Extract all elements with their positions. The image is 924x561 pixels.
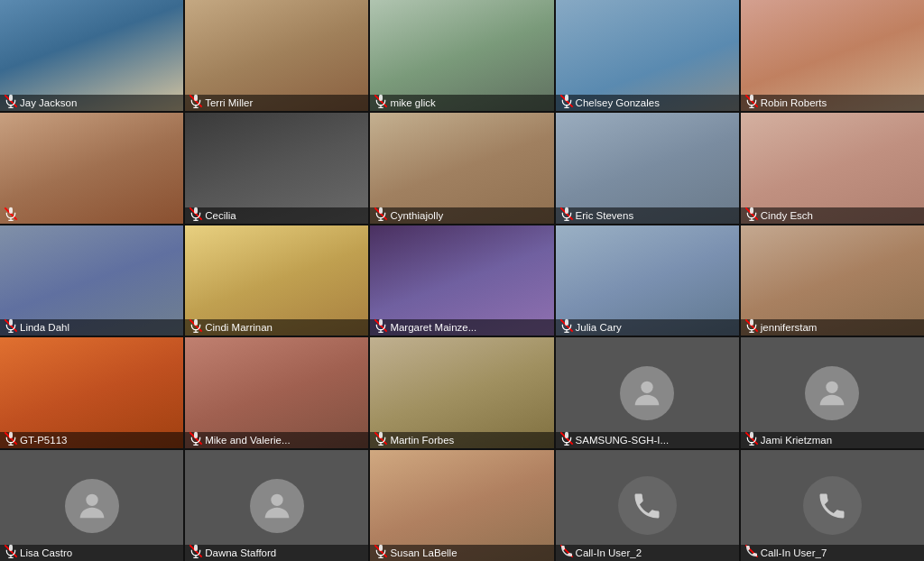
participant-tile-jay-jackson[interactable]: Jay Jackson [0, 0, 183, 111]
participant-name-jami-krietzman: Jami Krietzman [741, 432, 924, 448]
participant-name-cindy-esch: Cindy Esch [741, 207, 924, 224]
video-grid: Jay Jackson Terri Miller mike glick Chel… [0, 0, 924, 561]
participant-tile-robin-roberts[interactable]: Robin Roberts [741, 0, 924, 111]
participant-name-gt-p5113: GT-P5113 [0, 432, 183, 448]
participant-tile-cynthiajolly[interactable]: Cynthiajolly [370, 113, 553, 224]
participant-tile-terri-miller[interactable]: Terri Miller [185, 0, 368, 111]
mute-icon-callin-user-7 [744, 544, 759, 558]
mute-icon-martin-forbes [374, 431, 388, 446]
mute-icon-julia-cary [559, 318, 574, 333]
participant-tile-susan-labelle[interactable]: Susan LaBelle [370, 450, 553, 561]
mute-icon-eric-stevens [559, 207, 574, 221]
mute-icon-susan-labelle [374, 544, 388, 558]
participant-tile-callin-user-2[interactable]: Call-In User_2 [556, 450, 739, 561]
participant-name-mike-glick: mike glick [370, 95, 553, 111]
participant-name-chelsey-gonzales: Chelsey Gonzales [556, 95, 739, 111]
participant-name-samsung-sgh: SAMSUNG-SGH-I... [556, 432, 739, 448]
participant-tile-samsung-sgh[interactable]: SAMSUNG-SGH-I... [556, 337, 739, 448]
svg-point-58 [827, 381, 838, 392]
mute-icon-mike-glick [374, 94, 388, 108]
mute-icon-jenniferstam [744, 318, 759, 333]
svg-point-62 [86, 493, 97, 505]
mute-icon-linda-dahl [4, 318, 18, 333]
participant-name-lisa-castro: Lisa Castro [0, 545, 183, 561]
participant-name-cindi-marrinan: Cindi Marrinan [185, 319, 368, 336]
mute-icon-mike-and-valerie [189, 431, 203, 446]
participant-name-mike-and-valerie: Mike and Valerie... [185, 432, 368, 448]
participant-name-jay-jackson: Jay Jackson [0, 95, 183, 111]
participant-tile-cecilia[interactable]: Cecilia [185, 113, 368, 224]
participant-tile-cindy-esch[interactable]: Cindy Esch [741, 113, 924, 224]
participant-tile-eric-stevens[interactable]: Eric Stevens [556, 113, 739, 224]
mute-icon-robin-roberts [744, 94, 759, 108]
mute-icon-gt-p5113 [4, 431, 18, 446]
participant-name-linda-dahl: Linda Dahl [0, 319, 183, 336]
participant-tile-lisa-castro[interactable]: Lisa Castro [0, 450, 183, 561]
participant-tile-linda-dahl[interactable]: Linda Dahl [0, 225, 183, 336]
participant-name-cecilia: Cecilia [185, 207, 368, 224]
mute-icon-chelsey-gonzales [559, 94, 574, 108]
mute-icon-lisa-castro [4, 544, 18, 558]
participant-name-terri-miller: Terri Miller [185, 95, 368, 111]
participant-tile-chelsey-gonzales[interactable]: Chelsey Gonzales [556, 0, 739, 111]
mute-icon-dawna-stafford [189, 544, 203, 558]
participant-tile-julia-cary[interactable]: Julia Cary [556, 225, 739, 336]
mute-icon-samsung-sgh [559, 431, 574, 446]
participant-tile-mike-and-valerie[interactable]: Mike and Valerie... [185, 337, 368, 448]
mute-icon-cindy-esch [744, 207, 759, 221]
participant-tile-jenniferstam[interactable]: jenniferstam [741, 225, 924, 336]
participant-tile-martin-forbes[interactable]: Martin Forbes [370, 337, 553, 448]
mute-icon-unknown-p1 [4, 207, 18, 221]
participant-name-callin-user-2: Call-In User_2 [556, 545, 739, 561]
participant-tile-cindi-marrinan[interactable]: Cindi Marrinan [185, 225, 368, 336]
participant-tile-dawna-stafford[interactable]: Dawna Stafford [185, 450, 368, 561]
mute-icon-margaret-mainze [374, 318, 388, 333]
participant-tile-callin-user-7[interactable]: Call-In User_7 [741, 450, 924, 561]
participant-name-susan-labelle: Susan LaBelle [370, 545, 553, 561]
participant-tile-unknown-p1[interactable] [0, 113, 183, 224]
mute-icon-jami-krietzman [744, 431, 759, 446]
mute-icon-jay-jackson [4, 94, 18, 108]
svg-point-66 [271, 493, 282, 505]
participant-name-dawna-stafford: Dawna Stafford [185, 545, 368, 561]
participant-name-callin-user-7: Call-In User_7 [741, 545, 924, 561]
mute-icon-cecilia [189, 207, 203, 221]
mute-icon-cindi-marrinan [189, 318, 203, 333]
participant-tile-jami-krietzman[interactable]: Jami Krietzman [741, 337, 924, 448]
svg-point-54 [642, 381, 653, 392]
participant-tile-mike-glick[interactable]: mike glick [370, 0, 553, 111]
participant-name-robin-roberts: Robin Roberts [741, 95, 924, 111]
participant-name-julia-cary: Julia Cary [556, 319, 739, 336]
participant-tile-margaret-mainze[interactable]: Margaret Mainze... [370, 225, 553, 336]
mute-icon-terri-miller [189, 94, 203, 108]
participant-tile-gt-p5113[interactable]: GT-P5113 [0, 337, 183, 448]
participant-name-eric-stevens: Eric Stevens [556, 207, 739, 224]
mute-icon-callin-user-2 [559, 544, 574, 558]
participant-name-margaret-mainze: Margaret Mainze... [370, 319, 553, 336]
mute-icon-cynthiajolly [374, 207, 388, 221]
participant-name-cynthiajolly: Cynthiajolly [370, 207, 553, 224]
participant-name-martin-forbes: Martin Forbes [370, 432, 553, 448]
participant-name-jenniferstam: jenniferstam [741, 319, 924, 336]
